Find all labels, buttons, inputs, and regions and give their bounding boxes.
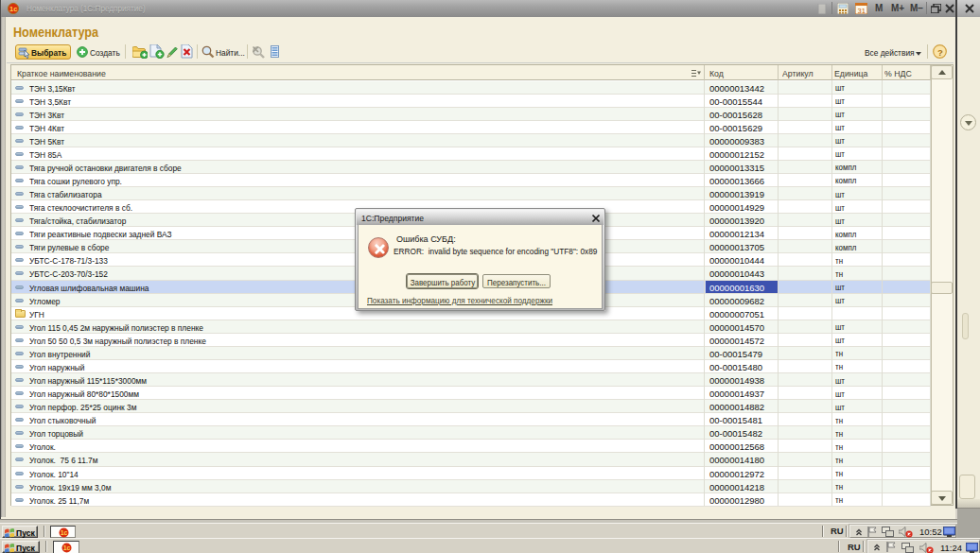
svg-text:1c: 1c [63,544,71,551]
svg-text:31: 31 [858,7,866,15]
svg-text:1c: 1c [9,5,17,13]
svg-text:?: ? [937,47,943,58]
svg-text:1c: 1c [61,529,68,536]
